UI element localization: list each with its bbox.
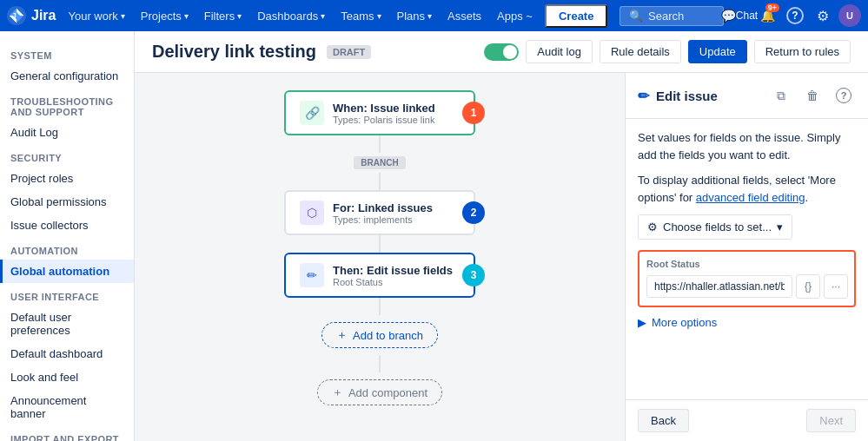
help-icon: ? (786, 7, 804, 24)
plus-icon: ＋ (336, 327, 348, 343)
sidebar-section-troubleshooting: Troubleshooting and Support (0, 88, 134, 121)
sidebar-item-look-and-feel[interactable]: Look and feel (0, 365, 134, 389)
sidebar-item-issue-collectors[interactable]: Issue collectors (0, 214, 134, 237)
sidebar-item-audit-log[interactable]: Audit Log (0, 121, 134, 144)
sidebar-item-general-configuration[interactable]: General configuration (0, 64, 134, 88)
settings-button[interactable]: ⚙ (811, 3, 835, 28)
sidebar-item-default-dashboard[interactable]: Default dashboard (0, 342, 134, 365)
copy-icon: ⧉ (777, 89, 785, 103)
ellipsis-icon: ··· (832, 280, 840, 293)
panel-header: ✏ Edit issue ⧉ 🗑 ? (626, 73, 868, 119)
sidebar-item-global-permissions[interactable]: Global permissions (0, 190, 134, 214)
root-status-field-group: Root Status {} ··· (638, 250, 856, 307)
more-options-row[interactable]: ▶ More options (638, 316, 856, 329)
template-vars-button[interactable]: {} (796, 274, 820, 299)
edit-icon: ✏ (638, 88, 649, 104)
chevron-down-icon: ▾ (121, 11, 125, 21)
sidebar-item-default-user-preferences[interactable]: Default user preferences (0, 306, 134, 342)
trigger-node[interactable]: 🔗 When: Issue linked Types: Polaris issu… (284, 90, 475, 135)
return-to-rules-button[interactable]: Return to rules (754, 40, 851, 63)
choose-fields-button[interactable]: ⚙ Choose fields to set... ▾ (638, 214, 792, 240)
add-to-branch-button[interactable]: ＋ Add to branch (321, 322, 438, 348)
flow-canvas: 🔗 When: Issue linked Types: Polaris issu… (135, 73, 625, 441)
copy-button[interactable]: ⧉ (769, 83, 793, 108)
chat-button[interactable]: 💬 Chat (727, 3, 752, 28)
sidebar-section-import-export: Import and export (0, 425, 134, 441)
connector-2 (379, 173, 381, 190)
settings-small-icon: ⚙ (647, 220, 658, 234)
nav-teams[interactable]: Teams ▾ (334, 6, 388, 26)
action-icon: ✏ (300, 263, 324, 287)
settings-icon: ⚙ (817, 8, 829, 24)
rule-details-button[interactable]: Rule details (600, 40, 681, 63)
nav-dashboards[interactable]: Dashboards ▾ (250, 6, 332, 26)
help-circle-icon: ? (836, 88, 851, 103)
logo[interactable]: J Jira (7, 6, 56, 25)
audit-log-button[interactable]: Audit log (526, 40, 593, 63)
step-badge-3: 3 (462, 264, 485, 286)
nav-projects[interactable]: Projects ▾ (134, 6, 195, 26)
sidebar-item-project-roles[interactable]: Project roles (0, 167, 134, 190)
rule-toggle[interactable] (484, 43, 519, 61)
create-button[interactable]: Create (545, 4, 607, 28)
more-actions-button[interactable]: ··· (824, 274, 848, 299)
connector-5 (379, 355, 381, 372)
panel-help-button[interactable]: ? (832, 83, 856, 108)
panel-title: ✏ Edit issue (638, 88, 718, 104)
field-label-root-status: Root Status (646, 259, 847, 269)
chevron-down-icon: ▾ (427, 11, 432, 21)
add-component-button[interactable]: ＋ Add component (317, 379, 442, 405)
action-node[interactable]: ✏ Then: Edit issue fields Root Status 3 (284, 253, 475, 298)
chevron-down-icon: ▾ (377, 11, 381, 21)
page-header: Delivery link testing DRAFT Audit log Ru… (135, 31, 868, 73)
chevron-down-icon: ▾ (777, 220, 783, 234)
trigger-icon: 🔗 (300, 101, 324, 125)
back-button[interactable]: Back (638, 409, 689, 432)
update-button[interactable]: Update (688, 40, 747, 63)
connector-1 (379, 135, 381, 153)
search-icon: 🔍 (629, 10, 643, 23)
plus-icon-2: ＋ (332, 385, 343, 400)
step-badge-2: 2 (462, 201, 485, 224)
branch-label: BRANCH (354, 156, 405, 169)
chat-icon: 💬 (721, 9, 736, 23)
connector-3 (379, 235, 381, 253)
jira-logo-icon: J (7, 6, 26, 25)
delete-button[interactable]: 🗑 (800, 83, 825, 108)
header-actions: Audit log Rule details Update Return to … (484, 40, 851, 63)
condition-node[interactable]: ⬡ For: Linked issues Types: implements 2 (284, 190, 475, 235)
sidebar-item-announcement-banner[interactable]: Announcement banner (0, 389, 134, 425)
search-bar[interactable]: 🔍 Search (620, 6, 724, 26)
field-input-row: {} ··· (646, 274, 847, 299)
chevron-down-icon: ▾ (184, 11, 189, 21)
action-text: Then: Edit issue fields Root Status (333, 264, 453, 287)
topnav-right: 🔍 Search 💬 Chat 🔔 9+ ? ⚙ U (620, 3, 861, 28)
help-button[interactable]: ? (783, 3, 807, 28)
step-badge-1: 1 (462, 102, 485, 124)
advanced-field-link[interactable]: advanced field editing (696, 191, 805, 204)
nav-apps[interactable]: Apps ~ (490, 6, 540, 26)
topnav: J Jira Your work ▾ Projects ▾ Filters ▾ … (0, 0, 868, 31)
connector-4 (379, 298, 381, 315)
sidebar-item-global-automation[interactable]: Global automation (0, 260, 134, 283)
chevron-down-icon: ▾ (321, 11, 325, 21)
panel-desc-1: Set values for fields on the issue. Simp… (638, 129, 856, 163)
chevron-right-icon: ▶ (638, 316, 646, 329)
nav-assets[interactable]: Assets (441, 6, 488, 26)
nav-filters[interactable]: Filters ▾ (197, 6, 248, 26)
nav-plans[interactable]: Plans ▾ (390, 6, 440, 26)
condition-icon: ⬡ (300, 201, 324, 225)
main-content: Delivery link testing DRAFT Audit log Ru… (135, 31, 868, 441)
sidebar-section-automation: Automation (0, 237, 134, 260)
sidebar-section-security: Security (0, 144, 134, 167)
user-avatar[interactable]: U (838, 4, 861, 27)
notifications-button[interactable]: 🔔 9+ (755, 3, 779, 28)
main-layout: System General configuration Troubleshoo… (0, 31, 868, 441)
sidebar: System General configuration Troubleshoo… (0, 31, 135, 441)
next-button: Next (806, 409, 856, 432)
sidebar-section-system: System (0, 42, 134, 64)
root-status-input[interactable] (646, 275, 792, 298)
condition-text: For: Linked issues Types: implements (333, 201, 433, 225)
nav-your-work[interactable]: Your work ▾ (61, 6, 131, 26)
page-title: Delivery link testing (152, 42, 316, 62)
